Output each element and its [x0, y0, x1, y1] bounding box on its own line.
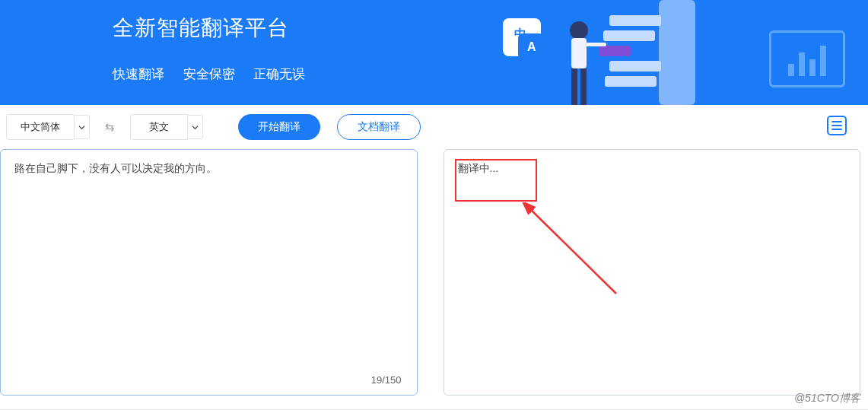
translation-panels: 19/150 翻译中...: [0, 149, 868, 396]
translation-status: 翻译中...: [458, 162, 499, 174]
target-language-dropdown-icon[interactable]: [188, 115, 203, 139]
source-textarea[interactable]: [14, 162, 403, 383]
source-language-dropdown-icon[interactable]: [75, 115, 90, 139]
target-text-panel: 翻译中...: [444, 149, 861, 396]
translate-button[interactable]: 开始翻译: [238, 114, 320, 140]
toolbar: 中文简体 ⇆ 英文 开始翻译 文档翻译: [0, 105, 868, 149]
feature-2: 安全保密: [183, 67, 235, 81]
watermark: @51CTO博客: [794, 392, 860, 405]
source-text-panel[interactable]: 19/150: [0, 149, 418, 396]
document-translate-button[interactable]: 文档翻译: [337, 114, 421, 140]
chart-icon: [769, 30, 845, 87]
svg-rect-12: [585, 43, 606, 46]
target-language-select[interactable]: 英文: [130, 114, 188, 140]
svg-rect-11: [571, 38, 587, 68]
feature-3: 正确无误: [253, 67, 305, 81]
hero-banner: 全新智能翻译平台 快速翻译 安全保密 正确无误 中 A: [0, 0, 868, 105]
history-icon[interactable]: [827, 116, 847, 135]
hero-subtitle: 快速翻译 安全保密 正确无误: [113, 65, 868, 83]
feature-1: 快速翻译: [113, 67, 164, 81]
char-counter: 19/150: [371, 374, 402, 386]
hero-title: 全新智能翻译平台: [113, 14, 868, 43]
svg-rect-2: [599, 46, 631, 56]
swap-icon[interactable]: ⇆: [96, 120, 124, 134]
source-language-select[interactable]: 中文简体: [6, 114, 75, 140]
